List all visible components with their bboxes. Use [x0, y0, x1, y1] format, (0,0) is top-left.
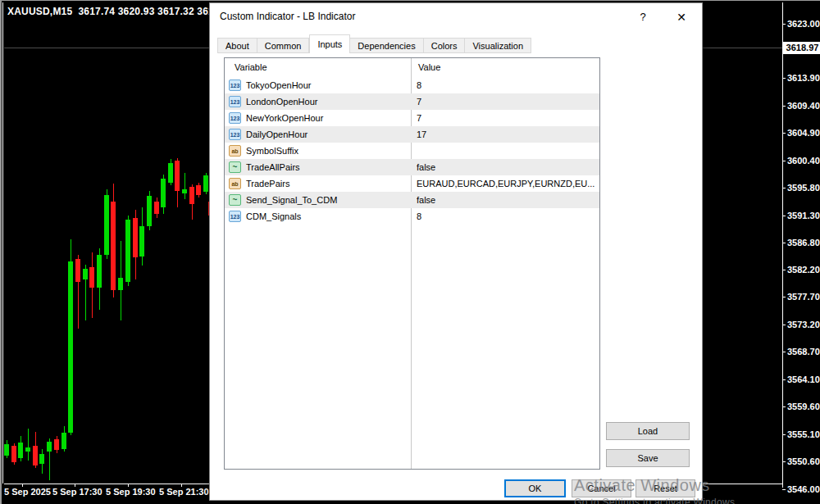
string-type-icon: ab	[229, 178, 241, 189]
time-tick-label: 5 Sep 21:30	[159, 487, 209, 497]
candle-body	[161, 179, 166, 207]
price-tick-label: 3586.80	[787, 238, 820, 247]
price-tick-label: 3550.60	[787, 456, 820, 466]
candle-body	[175, 161, 180, 191]
param-value[interactable]: EURAUD,EURCAD,EURJPY,EURNZD,EU...	[417, 175, 595, 192]
param-value[interactable]: false	[417, 192, 595, 208]
tab-dependencies[interactable]: Dependencies	[350, 38, 423, 53]
bool-type-icon: ~	[229, 194, 241, 206]
price-tick-mark	[782, 270, 786, 270]
price-tick-label: 3546.00	[787, 484, 820, 494]
price-tick-mark	[782, 216, 786, 216]
price-tick-mark	[782, 161, 786, 161]
price-tick-label: 3604.90	[787, 128, 820, 138]
price-tick-label: 3577.70	[787, 292, 820, 302]
price-tick-label: 3564.10	[787, 375, 820, 384]
price-axis-line	[782, 2, 783, 488]
price-tick-mark	[782, 461, 786, 462]
tab-common[interactable]: Common	[257, 38, 310, 53]
param-name: Send_Signal_To_CDM	[246, 192, 337, 208]
numeric-type-icon: 123	[229, 96, 241, 107]
param-value[interactable]: 7	[417, 110, 595, 126]
param-row-CDM_Signals[interactable]: 123CDM_Signals8	[225, 208, 599, 225]
param-row-TokyoOpenHour[interactable]: 123TokyoOpenHour8	[225, 77, 599, 93]
param-row-TradeAllPairs[interactable]: ~TradeAllPairsfalse	[225, 159, 599, 175]
candle-body	[104, 195, 109, 255]
price-tick-label: 3555.10	[787, 429, 820, 439]
price-tick-mark	[782, 78, 786, 79]
param-name: DailyOpenHour	[246, 126, 308, 143]
cancel-button[interactable]: Cancel	[572, 479, 631, 497]
candle-wick	[184, 173, 185, 199]
save-button[interactable]: Save	[606, 449, 690, 467]
candle-body	[47, 442, 52, 452]
param-value[interactable]: 17	[417, 126, 595, 143]
time-tick-label: 5 Sep 17:30	[52, 487, 102, 497]
ok-button[interactable]: OK	[504, 479, 566, 497]
column-header-value: Value	[418, 62, 440, 72]
price-tick-label: 3595.80	[787, 183, 820, 193]
candle-body	[75, 259, 80, 282]
candle-body	[111, 202, 116, 290]
tab-about[interactable]: About	[217, 38, 257, 53]
price-tick-mark	[782, 106, 786, 107]
string-type-icon: ab	[229, 145, 241, 157]
param-name: NewYorkOpenHour	[246, 110, 323, 126]
tab-visualization[interactable]: Visualization	[465, 38, 531, 53]
candle-body	[54, 439, 59, 450]
price-tick-mark	[782, 188, 786, 188]
candle-body	[33, 446, 38, 465]
candle-body	[68, 261, 73, 433]
table-header: Variable Value	[225, 58, 599, 77]
candle-body	[203, 175, 208, 192]
price-tick-label: 3559.60	[787, 402, 820, 411]
reset-button[interactable]: Reset	[636, 479, 695, 497]
param-row-NewYorkOpenHour[interactable]: 123NewYorkOpenHour7	[225, 110, 599, 126]
price-tick-label: 3623.00	[787, 19, 820, 29]
help-button[interactable]: ?	[635, 9, 651, 25]
candle-body	[133, 218, 138, 257]
candle-body	[25, 447, 30, 452]
candle-body	[4, 444, 9, 456]
candle-body	[39, 454, 44, 464]
numeric-type-icon: 123	[229, 112, 241, 124]
param-row-DailyOpenHour[interactable]: 123DailyOpenHour17	[225, 126, 599, 143]
price-tick-label: 3573.20	[787, 320, 820, 329]
price-tick-mark	[782, 406, 786, 407]
param-value[interactable]: false	[417, 159, 595, 175]
mt4-chart-window: XAUUSD,M15 3617.74 3620.93 3617.32 3618.…	[0, 0, 820, 504]
price-tick-mark	[782, 24, 786, 25]
param-row-Send_Signal_To_CDM[interactable]: ~Send_Signal_To_CDMfalse	[225, 192, 599, 208]
time-tick-label: 5 Sep 2025	[4, 487, 51, 497]
time-tick-label: 5 Sep 19:30	[106, 487, 156, 497]
dialog-title: Custom Indicator - LB Indicator	[220, 11, 355, 22]
price-tick-mark	[782, 434, 786, 435]
price-tick-mark	[782, 489, 786, 490]
close-icon[interactable]: ✕	[672, 8, 690, 26]
tab-inputs[interactable]: Inputs	[309, 34, 350, 53]
price-tick-mark	[782, 352, 786, 352]
price-tick-label: 3582.20	[787, 265, 820, 275]
candle-body	[11, 446, 16, 462]
load-button[interactable]: Load	[606, 422, 690, 440]
param-row-SymbolSuffix[interactable]: abSymbolSuffix	[225, 143, 599, 159]
numeric-type-icon: 123	[229, 129, 241, 140]
param-value[interactable]: 8	[417, 208, 595, 225]
current-price-label: 3618.97	[783, 42, 820, 54]
price-tick-mark	[782, 379, 786, 380]
candle-body	[147, 196, 152, 226]
dialog-titlebar[interactable]: Custom Indicator - LB Indicator ? ✕	[210, 3, 702, 30]
custom-indicator-dialog: Custom Indicator - LB Indicator ? ✕ Abou…	[209, 2, 703, 501]
param-row-TradePairs[interactable]: abTradePairsEURAUD,EURCAD,EURJPY,EURNZD,…	[225, 175, 599, 192]
param-name: CDM_Signals	[246, 208, 301, 225]
price-tick-mark	[782, 243, 786, 243]
tab-colors[interactable]: Colors	[424, 38, 466, 53]
column-header-variable: Variable	[235, 62, 267, 72]
dialog-tab-strip: AboutCommonInputsDependenciesColorsVisua…	[217, 34, 531, 53]
candle-wick	[28, 429, 29, 461]
candle-body	[118, 278, 123, 290]
candle-body	[168, 163, 173, 183]
param-value[interactable]: 7	[417, 93, 595, 110]
param-row-LondonOpenHour[interactable]: 123LondonOpenHour7	[225, 93, 599, 110]
param-value[interactable]: 8	[417, 77, 595, 93]
